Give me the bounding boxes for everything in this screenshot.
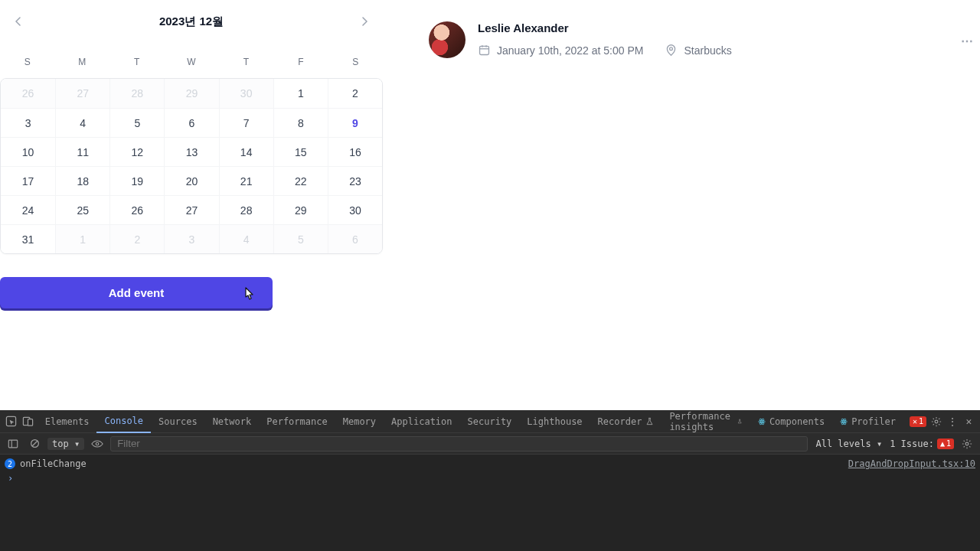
- calendar-day[interactable]: 13: [164, 137, 218, 166]
- add-event-button[interactable]: Add event: [0, 277, 273, 308]
- device-toggle-icon[interactable]: [21, 413, 34, 430]
- event-location: Starbucks: [684, 44, 731, 57]
- calendar-day[interactable]: 4: [219, 224, 273, 253]
- weekday-label: F: [273, 52, 328, 72]
- issues-indicator[interactable]: 1 Issue: ▲ 1: [890, 439, 954, 449]
- svg-point-21: [96, 442, 99, 445]
- execution-context-selector[interactable]: top ▾: [47, 438, 84, 450]
- devtools-close-icon[interactable]: ✕: [962, 413, 975, 430]
- event-datetime: January 10th, 2022 at 5:00 PM: [497, 44, 643, 57]
- calendar-day[interactable]: 23: [328, 166, 382, 195]
- devtools-menu-icon[interactable]: ⋮: [946, 413, 959, 430]
- svg-point-4: [670, 47, 673, 51]
- weekday-label: T: [219, 52, 273, 72]
- calendar-day[interactable]: 30: [219, 79, 273, 108]
- devtools-tab-components[interactable]: Components: [750, 410, 832, 433]
- calendar-day[interactable]: 18: [55, 166, 109, 195]
- prev-month-button[interactable]: [9, 12, 28, 31]
- calendar-day[interactable]: 4: [55, 108, 109, 137]
- event-person-name: Leslie Alexander: [478, 21, 732, 34]
- devtools-tab-application[interactable]: Application: [384, 410, 459, 433]
- calendar-day[interactable]: 31: [1, 224, 55, 253]
- calendar-day[interactable]: 5: [109, 108, 164, 137]
- devtools-tab-profiler[interactable]: Profiler: [832, 410, 903, 433]
- weekday-label: M: [54, 52, 109, 72]
- weekday-label: S: [0, 52, 54, 72]
- devtools-tab-security[interactable]: Security: [460, 410, 520, 433]
- calendar-day[interactable]: 20: [164, 166, 218, 195]
- devtools-tab-performance[interactable]: Performance: [259, 410, 335, 433]
- calendar-day[interactable]: 10: [1, 137, 55, 166]
- calendar-day[interactable]: 8: [273, 108, 328, 137]
- log-level-selector[interactable]: All levels ▾: [812, 439, 885, 449]
- svg-rect-17: [8, 440, 17, 448]
- calendar-day[interactable]: 14: [219, 137, 273, 166]
- calendar-day[interactable]: 29: [273, 195, 328, 224]
- devtools-panel: ElementsConsoleSourcesNetworkPerformance…: [0, 410, 980, 551]
- devtools-tab-performance-insights[interactable]: Performance insights: [662, 410, 750, 433]
- svg-point-12: [843, 421, 844, 422]
- calendar-day[interactable]: 28: [219, 195, 273, 224]
- calendar-day[interactable]: 19: [109, 166, 164, 195]
- calendar-day[interactable]: 15: [273, 137, 328, 166]
- console-filter-input[interactable]: [110, 436, 808, 452]
- calendar-day[interactable]: 27: [55, 79, 109, 108]
- calendar-day[interactable]: 6: [328, 224, 382, 253]
- devtools-tab-network[interactable]: Network: [205, 410, 260, 433]
- weekday-label: T: [109, 52, 164, 72]
- calendar-day[interactable]: 27: [164, 195, 218, 224]
- calendar-day[interactable]: 3: [1, 108, 55, 137]
- console-sidebar-toggle-icon[interactable]: [5, 435, 21, 452]
- calendar-day[interactable]: 16: [328, 137, 382, 166]
- weekday-label: S: [328, 52, 383, 72]
- devtools-tab-memory[interactable]: Memory: [335, 410, 384, 433]
- svg-point-8: [761, 421, 763, 422]
- inspect-icon[interactable]: [5, 413, 18, 430]
- calendar-day[interactable]: 26: [109, 195, 164, 224]
- next-month-button[interactable]: [355, 12, 374, 31]
- calendar-day[interactable]: 2: [109, 224, 164, 253]
- calendar-day[interactable]: 30: [328, 195, 382, 224]
- devtools-tab-console[interactable]: Console: [96, 410, 151, 433]
- calendar-day[interactable]: 3: [164, 224, 218, 253]
- error-badge[interactable]: ✕ 1: [910, 416, 926, 427]
- devtools-settings-icon[interactable]: [929, 413, 942, 430]
- console-log-source[interactable]: DragAndDropInput.tsx:10: [848, 458, 975, 469]
- calendar-day[interactable]: 1: [273, 79, 328, 108]
- svg-rect-7: [28, 419, 32, 425]
- console-settings-icon[interactable]: [959, 435, 975, 452]
- calendar-day[interactable]: 7: [219, 108, 273, 137]
- live-expression-icon[interactable]: [89, 435, 106, 452]
- svg-point-22: [965, 442, 969, 445]
- calendar-day[interactable]: 28: [109, 79, 164, 108]
- console-prompt[interactable]: ›: [5, 471, 975, 485]
- devtools-tab-elements[interactable]: Elements: [38, 410, 97, 433]
- console-log-row: 2 onFileChange DragAndDropInput.tsx:10: [5, 456, 975, 471]
- calendar-icon: [478, 44, 491, 57]
- calendar-day[interactable]: 6: [164, 108, 218, 137]
- calendar-day[interactable]: 29: [164, 79, 218, 108]
- calendar-day[interactable]: 22: [273, 166, 328, 195]
- calendar-day[interactable]: 5: [273, 224, 328, 253]
- calendar-day[interactable]: 2: [328, 79, 382, 108]
- calendar-day[interactable]: 26: [1, 79, 55, 108]
- location-icon: [665, 44, 678, 57]
- calendar-day[interactable]: 11: [55, 137, 109, 166]
- devtools-tab-recorder[interactable]: Recorder: [590, 410, 662, 433]
- calendar-title: 2023년 12월: [159, 15, 224, 29]
- calendar-day[interactable]: 21: [219, 166, 273, 195]
- devtools-tab-sources[interactable]: Sources: [151, 410, 205, 433]
- calendar-day[interactable]: 25: [55, 195, 109, 224]
- calendar-day[interactable]: 12: [109, 137, 164, 166]
- event-options-button[interactable]: ⋯: [961, 34, 974, 48]
- info-icon: 2: [5, 458, 15, 469]
- devtools-tab-lighthouse[interactable]: Lighthouse: [519, 410, 590, 433]
- calendar-day[interactable]: 17: [1, 166, 55, 195]
- clear-console-icon[interactable]: [26, 435, 43, 452]
- svg-point-16: [935, 420, 938, 423]
- avatar: [429, 21, 466, 58]
- calendar-day[interactable]: 9: [328, 108, 382, 137]
- svg-line-20: [32, 441, 38, 446]
- calendar-day[interactable]: 24: [1, 195, 55, 224]
- calendar-day[interactable]: 1: [55, 224, 109, 253]
